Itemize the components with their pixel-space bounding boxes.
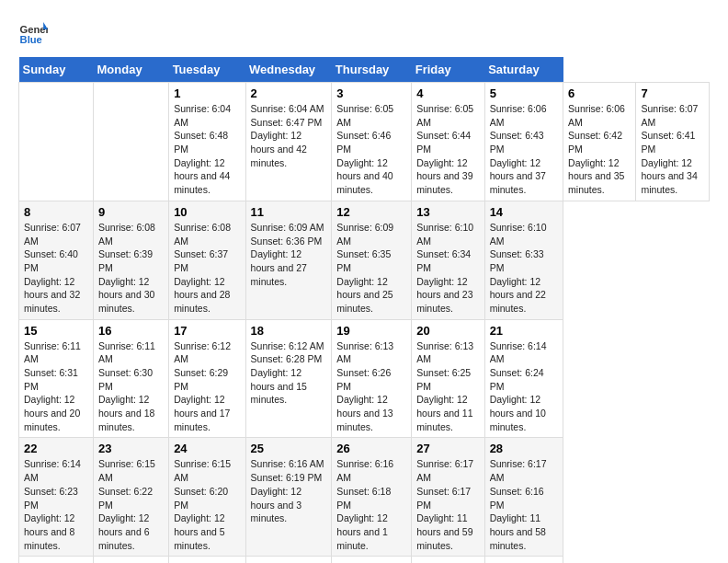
day-number: 23 bbox=[98, 442, 164, 455]
day-number: 12 bbox=[336, 205, 406, 219]
day-number: 14 bbox=[490, 205, 558, 219]
day-info: Sunrise: 6:08 AMSunset: 6:39 PMDaylight:… bbox=[98, 221, 164, 316]
day-cell-11: 11Sunrise: 6:09 AMSunset: 6:36 PMDayligh… bbox=[245, 201, 332, 319]
svg-text:Blue: Blue bbox=[20, 34, 42, 45]
day-number: 10 bbox=[174, 205, 240, 219]
empty-cell bbox=[169, 557, 245, 563]
day-info: Sunrise: 6:11 AMSunset: 6:30 PMDaylight:… bbox=[98, 339, 164, 434]
day-number: 3 bbox=[336, 86, 406, 100]
day-number: 8 bbox=[24, 205, 88, 219]
day-number: 19 bbox=[336, 324, 406, 338]
day-cell-29: 29Sunrise: 6:18 AMSunset: 6:14 PMDayligh… bbox=[19, 557, 94, 563]
day-cell-18: 18Sunrise: 6:12 AMSunset: 6:28 PMDayligh… bbox=[245, 319, 332, 438]
week-row-1: 1Sunrise: 6:04 AMSunset: 6:48 PMDaylight… bbox=[19, 83, 710, 201]
day-number: 25 bbox=[251, 442, 327, 455]
empty-cell bbox=[412, 557, 484, 563]
logo: General Blue bbox=[18, 18, 48, 48]
day-number: 6 bbox=[568, 86, 631, 100]
day-number: 1 bbox=[174, 86, 240, 100]
empty-cell bbox=[19, 83, 94, 201]
day-number: 16 bbox=[98, 324, 164, 338]
day-cell-2: 2Sunrise: 6:04 AMSunset: 6:47 PMDaylight… bbox=[245, 83, 332, 201]
day-cell-25: 25Sunrise: 6:16 AMSunset: 6:19 PMDayligh… bbox=[245, 438, 332, 557]
day-cell-28: 28Sunrise: 6:17 AMSunset: 6:16 PMDayligh… bbox=[484, 438, 563, 557]
day-cell-8: 8Sunrise: 6:07 AMSunset: 6:40 PMDaylight… bbox=[19, 201, 94, 319]
day-info: Sunrise: 6:17 AMSunset: 6:17 PMDaylight:… bbox=[416, 457, 479, 552]
day-info: Sunrise: 6:16 AMSunset: 6:19 PMDaylight:… bbox=[251, 457, 327, 524]
day-cell-12: 12Sunrise: 6:09 AMSunset: 6:35 PMDayligh… bbox=[332, 201, 412, 319]
week-row-5: 29Sunrise: 6:18 AMSunset: 6:14 PMDayligh… bbox=[19, 557, 710, 563]
logo-icon: General Blue bbox=[18, 18, 48, 48]
day-of-week-sunday: Sunday bbox=[19, 57, 94, 83]
day-cell-7: 7Sunrise: 6:07 AMSunset: 6:41 PMDaylight… bbox=[636, 83, 710, 201]
day-number: 21 bbox=[490, 324, 558, 338]
day-info: Sunrise: 6:16 AMSunset: 6:18 PMDaylight:… bbox=[336, 457, 406, 552]
day-number: 26 bbox=[336, 442, 406, 455]
day-info: Sunrise: 6:11 AMSunset: 6:31 PMDaylight:… bbox=[24, 339, 88, 434]
day-of-week-tuesday: Tuesday bbox=[169, 57, 245, 83]
day-info: Sunrise: 6:13 AMSunset: 6:25 PMDaylight:… bbox=[416, 339, 479, 434]
empty-cell bbox=[484, 557, 563, 563]
day-info: Sunrise: 6:07 AMSunset: 6:40 PMDaylight:… bbox=[24, 221, 88, 316]
day-cell-9: 9Sunrise: 6:08 AMSunset: 6:39 PMDaylight… bbox=[94, 201, 169, 319]
day-number: 15 bbox=[24, 324, 88, 338]
day-cell-24: 24Sunrise: 6:15 AMSunset: 6:20 PMDayligh… bbox=[169, 438, 245, 557]
day-of-week-friday: Friday bbox=[412, 57, 484, 83]
day-of-week-monday: Monday bbox=[94, 57, 169, 83]
day-cell-22: 22Sunrise: 6:14 AMSunset: 6:23 PMDayligh… bbox=[19, 438, 94, 557]
day-info: Sunrise: 6:09 AMSunset: 6:35 PMDaylight:… bbox=[336, 221, 406, 316]
day-info: Sunrise: 6:15 AMSunset: 6:22 PMDaylight:… bbox=[98, 457, 164, 552]
day-info: Sunrise: 6:14 AMSunset: 6:23 PMDaylight:… bbox=[24, 457, 88, 552]
day-number: 24 bbox=[174, 442, 240, 455]
day-cell-30: 30Sunrise: 6:18 AMSunset: 6:13 PMDayligh… bbox=[94, 557, 169, 563]
day-number: 5 bbox=[490, 86, 558, 100]
day-cell-13: 13Sunrise: 6:10 AMSunset: 6:34 PMDayligh… bbox=[412, 201, 484, 319]
day-info: Sunrise: 6:04 AMSunset: 6:48 PMDaylight:… bbox=[174, 102, 240, 197]
day-info: Sunrise: 6:12 AMSunset: 6:29 PMDaylight:… bbox=[174, 339, 240, 434]
day-number: 13 bbox=[416, 205, 479, 219]
day-of-week-saturday: Saturday bbox=[484, 57, 563, 83]
day-info: Sunrise: 6:06 AMSunset: 6:43 PMDaylight:… bbox=[490, 102, 558, 197]
day-cell-23: 23Sunrise: 6:15 AMSunset: 6:22 PMDayligh… bbox=[94, 438, 169, 557]
day-info: Sunrise: 6:13 AMSunset: 6:26 PMDaylight:… bbox=[336, 339, 406, 434]
day-number: 18 bbox=[251, 324, 327, 338]
day-cell-15: 15Sunrise: 6:11 AMSunset: 6:31 PMDayligh… bbox=[19, 319, 94, 438]
day-cell-20: 20Sunrise: 6:13 AMSunset: 6:25 PMDayligh… bbox=[412, 319, 484, 438]
day-of-week-wednesday: Wednesday bbox=[245, 57, 332, 83]
day-cell-27: 27Sunrise: 6:17 AMSunset: 6:17 PMDayligh… bbox=[412, 438, 484, 557]
day-cell-1: 1Sunrise: 6:04 AMSunset: 6:48 PMDaylight… bbox=[169, 83, 245, 201]
week-row-3: 15Sunrise: 6:11 AMSunset: 6:31 PMDayligh… bbox=[19, 319, 710, 438]
day-info: Sunrise: 6:10 AMSunset: 6:34 PMDaylight:… bbox=[416, 221, 479, 316]
page-header: General Blue bbox=[18, 18, 710, 48]
day-info: Sunrise: 6:17 AMSunset: 6:16 PMDaylight:… bbox=[490, 457, 558, 552]
empty-cell bbox=[332, 557, 412, 563]
day-cell-16: 16Sunrise: 6:11 AMSunset: 6:30 PMDayligh… bbox=[94, 319, 169, 438]
day-cell-6: 6Sunrise: 6:06 AMSunset: 6:42 PMDaylight… bbox=[563, 83, 636, 201]
day-info: Sunrise: 6:09 AMSunset: 6:36 PMDaylight:… bbox=[251, 221, 327, 288]
day-number: 7 bbox=[641, 86, 704, 100]
day-number: 9 bbox=[98, 205, 164, 219]
week-row-2: 8Sunrise: 6:07 AMSunset: 6:40 PMDaylight… bbox=[19, 201, 710, 319]
calendar-header-row: SundayMondayTuesdayWednesdayThursdayFrid… bbox=[19, 57, 710, 83]
day-cell-3: 3Sunrise: 6:05 AMSunset: 6:46 PMDaylight… bbox=[332, 83, 412, 201]
day-info: Sunrise: 6:05 AMSunset: 6:44 PMDaylight:… bbox=[416, 102, 479, 197]
day-of-week-thursday: Thursday bbox=[332, 57, 412, 83]
calendar-table: SundayMondayTuesdayWednesdayThursdayFrid… bbox=[18, 57, 710, 563]
day-cell-5: 5Sunrise: 6:06 AMSunset: 6:43 PMDaylight… bbox=[484, 83, 563, 201]
day-cell-26: 26Sunrise: 6:16 AMSunset: 6:18 PMDayligh… bbox=[332, 438, 412, 557]
day-info: Sunrise: 6:06 AMSunset: 6:42 PMDaylight:… bbox=[568, 102, 631, 197]
day-info: Sunrise: 6:14 AMSunset: 6:24 PMDaylight:… bbox=[490, 339, 558, 434]
day-number: 17 bbox=[174, 324, 240, 338]
day-info: Sunrise: 6:05 AMSunset: 6:46 PMDaylight:… bbox=[336, 102, 406, 197]
day-info: Sunrise: 6:04 AMSunset: 6:47 PMDaylight:… bbox=[251, 102, 327, 169]
empty-cell bbox=[94, 83, 169, 201]
day-info: Sunrise: 6:10 AMSunset: 6:33 PMDaylight:… bbox=[490, 221, 558, 316]
week-row-4: 22Sunrise: 6:14 AMSunset: 6:23 PMDayligh… bbox=[19, 438, 710, 557]
day-cell-14: 14Sunrise: 6:10 AMSunset: 6:33 PMDayligh… bbox=[484, 201, 563, 319]
day-cell-19: 19Sunrise: 6:13 AMSunset: 6:26 PMDayligh… bbox=[332, 319, 412, 438]
day-cell-10: 10Sunrise: 6:08 AMSunset: 6:37 PMDayligh… bbox=[169, 201, 245, 319]
empty-cell bbox=[245, 557, 332, 563]
day-cell-4: 4Sunrise: 6:05 AMSunset: 6:44 PMDaylight… bbox=[412, 83, 484, 201]
day-cell-21: 21Sunrise: 6:14 AMSunset: 6:24 PMDayligh… bbox=[484, 319, 563, 438]
day-info: Sunrise: 6:15 AMSunset: 6:20 PMDaylight:… bbox=[174, 457, 240, 552]
